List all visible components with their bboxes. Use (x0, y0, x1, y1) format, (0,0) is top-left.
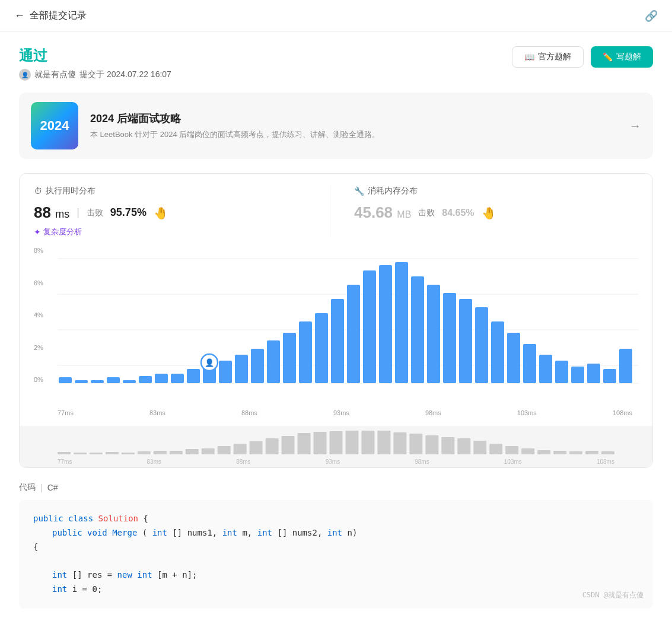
svg-rect-12 (171, 374, 184, 383)
time-title: ⏱ 执行用时分布 (34, 186, 318, 196)
svg-rect-15 (219, 361, 232, 383)
svg-rect-32 (491, 321, 504, 383)
code-separator: | (40, 483, 43, 492)
edit-icon: ✏️ (603, 52, 613, 62)
svg-rect-37 (571, 367, 584, 383)
status-meta: 👤 就是有点傻 提交于 2024.07.22 16:07 (19, 69, 171, 81)
svg-rect-23 (347, 285, 360, 383)
code-header: 代码 | C# (19, 482, 653, 493)
code-label: 代码 (19, 482, 36, 493)
svg-rect-66 (425, 435, 438, 454)
memory-hand-icon: 🤚 (482, 206, 496, 220)
svg-rect-52 (202, 448, 215, 454)
svg-rect-10 (139, 376, 152, 383)
svg-rect-8 (107, 377, 120, 383)
svg-rect-67 (441, 437, 454, 454)
clock-icon: ⏱ (34, 186, 42, 196)
chart-wrapper: 0% 2% 4% 6% 8% (34, 247, 638, 416)
mini-chart-svg (58, 431, 614, 454)
time-section: ⏱ 执行用时分布 88 ms | 击败 95.75% 🤚 ✦ 复杂度分析 (34, 186, 318, 237)
promo-image: 2024 (31, 102, 78, 149)
status-buttons: 📖 官方题解 ✏️ 写题解 (512, 46, 653, 68)
svg-rect-17 (251, 349, 264, 383)
svg-rect-20 (299, 321, 312, 383)
book-icon: 📖 (524, 52, 534, 62)
code-line-1: public class Solution { (33, 512, 639, 526)
svg-rect-34 (523, 344, 536, 383)
memory-title: 🔧 消耗内存分布 (354, 186, 638, 196)
time-value: 88 ms (34, 203, 69, 222)
perf-header: ⏱ 执行用时分布 88 ms | 击败 95.75% 🤚 ✦ 复杂度分析 (34, 186, 638, 237)
memory-beat-label: 击败 (418, 208, 435, 218)
back-label: 全部提交记录 (30, 9, 87, 22)
svg-rect-54 (234, 444, 247, 454)
chart-svg: 👤 (58, 253, 639, 407)
status-left: 通过 👤 就是有点傻 提交于 2024.07.22 16:07 (19, 46, 171, 81)
back-button[interactable]: ← 全部提交记录 (14, 9, 87, 22)
svg-rect-76 (585, 451, 598, 454)
svg-rect-24 (363, 270, 376, 383)
link-icon[interactable]: 🔗 (645, 9, 658, 23)
submitted-by: 就是有点傻 (34, 69, 76, 80)
time-beat-pct: 95.75% (110, 206, 146, 219)
svg-rect-73 (537, 450, 550, 454)
svg-rect-64 (393, 432, 406, 454)
main-content: 通过 👤 就是有点傻 提交于 2024.07.22 16:07 📖 官方题解 ✏… (0, 32, 672, 623)
svg-rect-28 (427, 285, 440, 383)
svg-rect-11 (155, 374, 168, 383)
status-row: 通过 👤 就是有点傻 提交于 2024.07.22 16:07 📖 官方题解 ✏… (19, 46, 653, 81)
svg-rect-51 (186, 449, 199, 454)
official-solution-button[interactable]: 📖 官方题解 (512, 46, 584, 68)
svg-rect-63 (377, 431, 390, 454)
watermark: CSDN @就是有点傻 (582, 589, 644, 601)
promo-content: 2024 后端面试攻略 本 LeetBook 针对于 2024 后端岗位的面试高… (90, 112, 380, 140)
mini-chart: 77ms 83ms 88ms 93ms 98ms 103ms 108ms (20, 426, 652, 467)
svg-rect-74 (553, 451, 566, 454)
svg-rect-53 (218, 446, 231, 454)
svg-rect-25 (379, 265, 392, 383)
promo-desc: 本 LeetBook 针对于 2024 后端岗位的面试高频考点，提供练习、讲解、… (90, 129, 380, 140)
memory-value: 45.68 MB (354, 203, 411, 222)
memory-icon: 🔧 (354, 186, 364, 196)
svg-rect-13 (187, 369, 200, 383)
code-line-4 (33, 554, 639, 568)
time-beat-label: 击败 (87, 208, 103, 218)
promo-card[interactable]: 2024 2024 后端面试攻略 本 LeetBook 针对于 2024 后端岗… (19, 93, 653, 159)
promo-year: 2024 (40, 118, 69, 133)
code-line-5: int [] res = new int [m + n]; (33, 568, 639, 582)
status-pass: 通过 (19, 46, 171, 65)
complexity-label: 复杂度分析 (43, 227, 82, 237)
memory-section: 🔧 消耗内存分布 45.68 MB 击败 84.65% 🤚 (330, 186, 638, 237)
svg-rect-26 (395, 262, 408, 383)
svg-rect-29 (443, 293, 456, 383)
svg-rect-43 (58, 452, 71, 454)
header: ← 全部提交记录 🔗 (0, 0, 672, 32)
svg-rect-68 (457, 438, 470, 454)
svg-rect-45 (90, 453, 103, 454)
complexity-link[interactable]: ✦ 复杂度分析 (34, 227, 318, 237)
svg-rect-59 (314, 432, 327, 454)
svg-rect-7 (91, 380, 104, 383)
svg-text:👤: 👤 (205, 358, 215, 368)
mini-x-labels: 77ms 83ms 88ms 93ms 98ms 103ms 108ms (58, 458, 614, 465)
svg-rect-16 (235, 355, 248, 383)
svg-rect-62 (361, 431, 374, 454)
svg-rect-57 (282, 436, 295, 454)
official-solution-label: 官方题解 (538, 52, 571, 62)
svg-rect-71 (505, 446, 518, 454)
write-solution-button[interactable]: ✏️ 写题解 (591, 46, 653, 68)
code-line-6: int i = 0; (33, 582, 639, 597)
svg-rect-44 (74, 453, 87, 454)
svg-rect-72 (521, 448, 534, 454)
chart-x-labels: 77ms 83ms 88ms 93ms 98ms 103ms 108ms (58, 409, 638, 416)
memory-value-row: 45.68 MB 击败 84.65% 🤚 (354, 203, 638, 222)
svg-rect-77 (601, 451, 614, 454)
svg-rect-31 (475, 307, 488, 383)
performance-card: ⏱ 执行用时分布 88 ms | 击败 95.75% 🤚 ✦ 复杂度分析 (19, 173, 653, 468)
code-section: 代码 | C# public class Solution { public v… (19, 482, 653, 609)
svg-rect-19 (283, 333, 296, 383)
svg-rect-69 (473, 441, 486, 454)
promo-title: 2024 后端面试攻略 (90, 112, 380, 126)
svg-rect-21 (315, 313, 328, 383)
code-line-2: public void Merge ( int [] nums1, int m,… (33, 526, 639, 540)
